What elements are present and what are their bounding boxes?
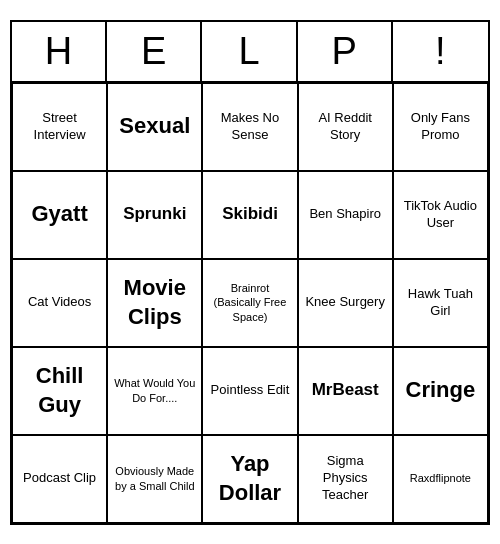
bingo-cell-4-0: Podcast Clip bbox=[12, 435, 107, 523]
bingo-cell-0-3: AI Reddit Story bbox=[298, 83, 393, 171]
bingo-cell-1-3: Ben Shapiro bbox=[298, 171, 393, 259]
bingo-cell-4-1: Obviously Made by a Small Child bbox=[107, 435, 202, 523]
bingo-cell-4-4: Raxdflipnote bbox=[393, 435, 488, 523]
bingo-cell-2-1: Movie Clips bbox=[107, 259, 202, 347]
bingo-grid: Street InterviewSexualMakes No SenseAI R… bbox=[12, 83, 488, 523]
bingo-cell-4-3: Sigma Physics Teacher bbox=[298, 435, 393, 523]
bingo-cell-0-0: Street Interview bbox=[12, 83, 107, 171]
bingo-cell-1-2: Skibidi bbox=[202, 171, 297, 259]
bingo-cell-1-4: TikTok Audio User bbox=[393, 171, 488, 259]
bingo-cell-3-3: MrBeast bbox=[298, 347, 393, 435]
header-letter-l: L bbox=[202, 22, 297, 81]
bingo-cell-3-2: Pointless Edit bbox=[202, 347, 297, 435]
bingo-cell-3-4: Cringe bbox=[393, 347, 488, 435]
header-letter-!: ! bbox=[393, 22, 488, 81]
bingo-cell-0-4: Only Fans Promo bbox=[393, 83, 488, 171]
bingo-cell-0-1: Sexual bbox=[107, 83, 202, 171]
bingo-cell-2-0: Cat Videos bbox=[12, 259, 107, 347]
bingo-cell-4-2: Yap Dollar bbox=[202, 435, 297, 523]
bingo-card: HELP! Street InterviewSexualMakes No Sen… bbox=[10, 20, 490, 525]
bingo-cell-2-4: Hawk Tuah Girl bbox=[393, 259, 488, 347]
bingo-cell-3-0: Chill Guy bbox=[12, 347, 107, 435]
bingo-cell-0-2: Makes No Sense bbox=[202, 83, 297, 171]
bingo-cell-3-1: What Would You Do For.... bbox=[107, 347, 202, 435]
bingo-cell-2-3: Knee Surgery bbox=[298, 259, 393, 347]
header-letter-p: P bbox=[298, 22, 393, 81]
bingo-cell-2-2: Brainrot (Basically Free Space) bbox=[202, 259, 297, 347]
header-letter-e: E bbox=[107, 22, 202, 81]
bingo-cell-1-0: Gyatt bbox=[12, 171, 107, 259]
bingo-cell-1-1: Sprunki bbox=[107, 171, 202, 259]
header-letter-h: H bbox=[12, 22, 107, 81]
bingo-header: HELP! bbox=[12, 22, 488, 83]
